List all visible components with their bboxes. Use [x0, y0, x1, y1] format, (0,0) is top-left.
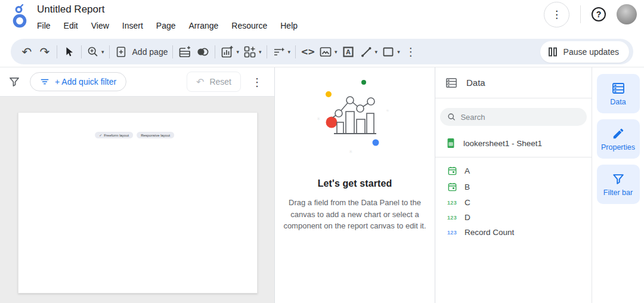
menu-bar: File Edit View Insert Page Arrange Resou…	[30, 20, 304, 32]
search-icon	[447, 112, 456, 122]
toolbar-divider	[267, 45, 267, 58]
rail-data-label: Data	[610, 98, 626, 106]
field-name: Record Count	[465, 228, 514, 237]
select-tool-button[interactable]	[60, 42, 78, 62]
redo-icon: ↷	[40, 46, 50, 58]
looker-studio-logo-icon[interactable]	[8, 4, 31, 32]
svg-text:A: A	[346, 48, 351, 55]
text-box-icon: A	[341, 45, 355, 59]
top-bar: Untitled Report File Edit View Insert Pa…	[0, 0, 644, 37]
menu-view[interactable]: View	[85, 20, 116, 32]
caret-down-icon: ▾	[397, 49, 400, 55]
field-name: A	[465, 166, 470, 175]
pause-updates-label: Pause updates	[564, 47, 619, 57]
filter-funnel-icon	[8, 76, 20, 88]
filter-bar-more-button[interactable]: ⋮	[249, 73, 265, 91]
data-source-row[interactable]: lookersheet1 - Sheet1	[435, 131, 592, 157]
right-rail: Data Properties Filter bar	[592, 67, 644, 303]
zoom-tool-button[interactable]: ▾	[85, 42, 106, 62]
getting-started-description: Drag a field from the Data Panel to the …	[282, 197, 428, 232]
embed-icon: <>	[301, 47, 315, 57]
svg-text:✳: ✳	[386, 109, 389, 113]
caret-down-icon: ▾	[335, 49, 338, 55]
toolbar-more-button[interactable]: ⋮	[402, 42, 420, 62]
blend-icon	[196, 45, 210, 59]
data-panel-header: Data	[435, 67, 592, 98]
menu-file[interactable]: File	[30, 20, 57, 32]
date-field-icon	[447, 166, 457, 176]
add-quick-filter-button[interactable]: + Add quick filter	[30, 72, 126, 91]
freeform-layout-chip[interactable]: ✓ Freeform layout	[95, 132, 133, 138]
add-control-button[interactable]: ▾	[241, 42, 264, 62]
add-page-icon	[114, 45, 128, 58]
add-line-button[interactable]: ▾	[357, 42, 380, 62]
report-panel: + Add quick filter ↶ Reset ⋮ ✓ Freeform …	[0, 67, 275, 303]
shape-icon	[381, 45, 395, 59]
add-page-button[interactable]: Add page	[113, 42, 170, 62]
caret-down-icon: ▾	[259, 49, 262, 55]
google-sheets-icon	[445, 137, 456, 149]
add-control-icon	[243, 45, 257, 59]
add-data-icon	[178, 45, 192, 59]
menu-arrange[interactable]: Arrange	[182, 20, 225, 32]
reset-filters-button[interactable]: ↶ Reset	[187, 72, 241, 92]
data-panel-title: Data	[466, 78, 485, 88]
toolbar-divider	[57, 45, 57, 58]
header-divider	[580, 5, 581, 23]
add-quick-filter-tool-button[interactable]: ▾	[270, 42, 293, 62]
line-icon	[359, 45, 373, 59]
add-data-button[interactable]	[176, 42, 194, 62]
field-row-c[interactable]: 123 C	[441, 195, 586, 210]
add-quick-filter-label: + Add quick filter	[55, 77, 116, 86]
menu-resource[interactable]: Resource	[225, 20, 274, 32]
rail-properties-button[interactable]: Properties	[597, 119, 640, 159]
undo-button[interactable]: ↶	[18, 42, 36, 62]
add-page-label: Add page	[132, 47, 168, 57]
rail-properties-label: Properties	[601, 143, 635, 152]
data-search-input[interactable]	[460, 113, 580, 122]
redo-button[interactable]: ↷	[36, 42, 54, 62]
rail-filter-bar-button[interactable]: Filter bar	[597, 165, 640, 204]
menu-insert[interactable]: Insert	[116, 20, 150, 32]
help-icon: ?	[596, 10, 602, 19]
caret-down-icon: ▾	[375, 49, 378, 55]
field-row-record-count[interactable]: 123 Record Count	[441, 225, 586, 240]
quick-filter-bar: + Add quick filter ↶ Reset ⋮	[0, 67, 274, 97]
add-image-button[interactable]: ▾	[317, 42, 339, 62]
report-canvas[interactable]: ✓ Freeform layout Responsive layout	[0, 97, 274, 303]
add-shape-button[interactable]: ▾	[379, 42, 402, 62]
report-page[interactable]: ✓ Freeform layout Responsive layout	[18, 112, 258, 293]
reset-label: Reset	[209, 77, 231, 86]
zoom-in-icon	[86, 45, 100, 58]
toolbar-divider	[81, 45, 82, 58]
pause-updates-button[interactable]: Pause updates	[540, 41, 629, 63]
field-row-b[interactable]: B	[441, 179, 586, 195]
data-table-icon	[445, 77, 457, 89]
add-chart-button[interactable]: ▾	[218, 42, 241, 62]
more-vertical-icon: ⋮	[552, 8, 562, 20]
pencil-icon	[612, 127, 625, 140]
blend-data-button[interactable]	[194, 42, 212, 62]
add-text-button[interactable]: A	[339, 42, 357, 62]
layout-chips: ✓ Freeform layout Responsive layout	[95, 132, 174, 138]
caret-down-icon: ▾	[101, 49, 104, 55]
menu-edit[interactable]: Edit	[57, 20, 85, 32]
report-title[interactable]: Untitled Report	[37, 4, 304, 16]
field-list: A B 123 C 123	[435, 157, 592, 245]
field-row-a[interactable]: A	[441, 163, 586, 179]
check-icon: ✓	[99, 133, 102, 137]
toolbar-wrap: ↶ ↷ ▾ Add page	[0, 37, 644, 67]
report-more-options-button[interactable]: ⋮	[544, 2, 569, 27]
date-field-icon	[447, 182, 457, 192]
menu-help[interactable]: Help	[274, 20, 304, 32]
image-icon	[318, 45, 333, 59]
embed-url-button[interactable]: <>	[299, 42, 317, 62]
toolbar: ↶ ↷ ▾ Add page	[11, 39, 633, 64]
menu-page[interactable]: Page	[150, 20, 182, 32]
looker-studio-app: Untitled Report File Edit View Insert Pa…	[0, 0, 644, 303]
help-button[interactable]: ?	[592, 7, 606, 21]
avatar[interactable]	[617, 4, 637, 24]
responsive-layout-chip[interactable]: Responsive layout	[137, 132, 174, 138]
field-row-d[interactable]: 123 D	[441, 210, 586, 225]
rail-data-button[interactable]: Data	[597, 74, 640, 113]
